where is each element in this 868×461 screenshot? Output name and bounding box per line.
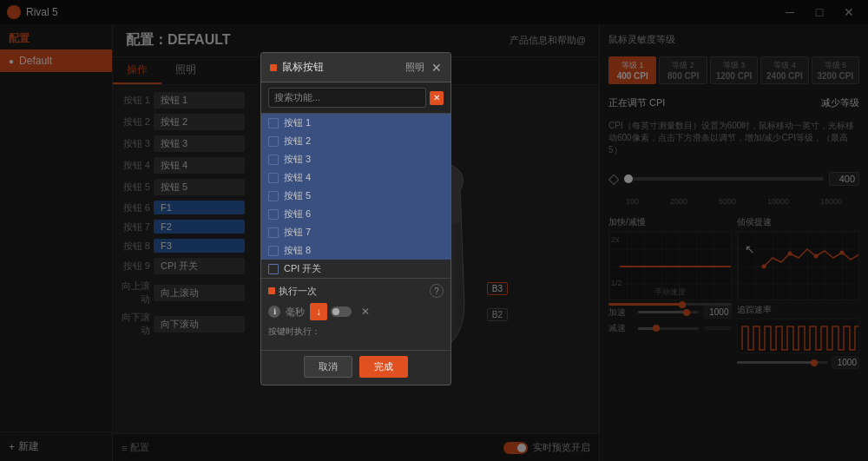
dialog-title: 鼠标按钮 — [282, 60, 324, 75]
dialog-item-label-btn7: 按钮 7 — [284, 226, 311, 239]
execute-toggle-dot — [332, 308, 339, 315]
info-icon: ℹ — [268, 306, 280, 318]
checkbox-btn6[interactable] — [268, 209, 279, 220]
time-input-row: ↓ — [310, 303, 352, 320]
dialog-indicator — [270, 64, 277, 71]
execute-info-text: 毫秒 — [286, 306, 305, 319]
dialog-close-button[interactable]: ✕ — [431, 61, 442, 75]
dialog-list: 按钮 1 按钮 2 按钮 3 按钮 4 按钮 5 按钮 6 — [261, 114, 450, 278]
execute-toggle[interactable] — [331, 306, 352, 317]
dialog-search: 搜索功能... ✕ — [261, 82, 450, 114]
download-icon[interactable]: ↓ — [310, 303, 327, 320]
search-placeholder: 搜索功能... — [274, 92, 320, 102]
search-input-field[interactable]: 搜索功能... — [268, 88, 426, 108]
checkbox-btn4[interactable] — [268, 173, 279, 183]
dialog-overlay: 鼠标按钮 照明 ✕ 搜索功能... ✕ 按钮 1 按钮 2 — [0, 0, 868, 461]
dialog-item-btn5[interactable]: 按钮 5 — [261, 187, 450, 205]
execute-help-button[interactable]: ? — [430, 284, 444, 298]
dialog-item-cpi[interactable]: CPI 开关 — [261, 260, 450, 278]
execute-label: 执行一次 — [279, 285, 426, 298]
dialog-item-label-btn2: 按钮 2 — [284, 135, 311, 148]
dialog: 鼠标按钮 照明 ✕ 搜索功能... ✕ 按钮 1 按钮 2 — [260, 52, 451, 385]
search-clear-button[interactable]: ✕ — [430, 91, 444, 105]
dialog-item-btn8[interactable]: 按钮 8 — [261, 241, 450, 260]
dialog-item-label-btn5: 按钮 5 — [284, 189, 311, 202]
dialog-header: 鼠标按钮 照明 ✕ — [261, 53, 450, 82]
toggle-switch-row — [331, 306, 352, 317]
checkbox-btn2[interactable] — [268, 136, 279, 147]
confirm-button[interactable]: 完成 — [359, 356, 408, 378]
checkbox-btn3[interactable] — [268, 155, 279, 165]
dialog-item-btn7[interactable]: 按钮 7 — [261, 223, 450, 241]
execute-indicator — [268, 287, 275, 294]
dialog-tab-lighting[interactable]: 照明 — [405, 61, 424, 74]
key-press-label: 按键时执行： — [268, 326, 320, 338]
dialog-tabs: 照明 ✕ — [405, 61, 442, 75]
checkbox-cpi[interactable] — [268, 264, 279, 274]
execute-sub-row: ℹ 毫秒 ↓ ✕ — [268, 303, 444, 320]
checkbox-btn5[interactable] — [268, 191, 279, 201]
execute-row: 执行一次 ? — [268, 284, 444, 298]
dialog-item-label-btn1: 按钮 1 — [284, 116, 311, 129]
checkbox-btn1[interactable] — [268, 118, 279, 128]
cancel-button[interactable]: 取消 — [304, 356, 352, 378]
checkbox-btn7[interactable] — [268, 227, 279, 238]
dialog-footer: 取消 完成 — [261, 350, 450, 385]
key-press-row: 按键时执行： — [268, 326, 444, 338]
dialog-item-btn3[interactable]: 按钮 3 — [261, 150, 450, 168]
checkbox-btn8[interactable] — [268, 246, 279, 256]
dialog-item-btn4[interactable]: 按钮 4 — [261, 168, 450, 187]
execute-section: 执行一次 ? ℹ 毫秒 ↓ ✕ 按键时执行： — [261, 278, 450, 350]
dialog-item-label-btn8: 按钮 8 — [284, 244, 311, 257]
dialog-title-row: 鼠标按钮 — [270, 60, 324, 75]
dialog-item-label-btn6: 按钮 6 — [284, 207, 311, 221]
dialog-item-label-cpi: CPI 开关 — [284, 262, 321, 275]
dialog-item-label-btn3: 按钮 3 — [284, 153, 311, 166]
dialog-item-btn6[interactable]: 按钮 6 — [261, 205, 450, 223]
execute-close-x[interactable]: ✕ — [357, 303, 374, 320]
dialog-item-label-btn4: 按钮 4 — [284, 171, 311, 184]
dialog-item-btn1[interactable]: 按钮 1 — [261, 114, 450, 132]
dialog-item-btn2[interactable]: 按钮 2 — [261, 132, 450, 150]
